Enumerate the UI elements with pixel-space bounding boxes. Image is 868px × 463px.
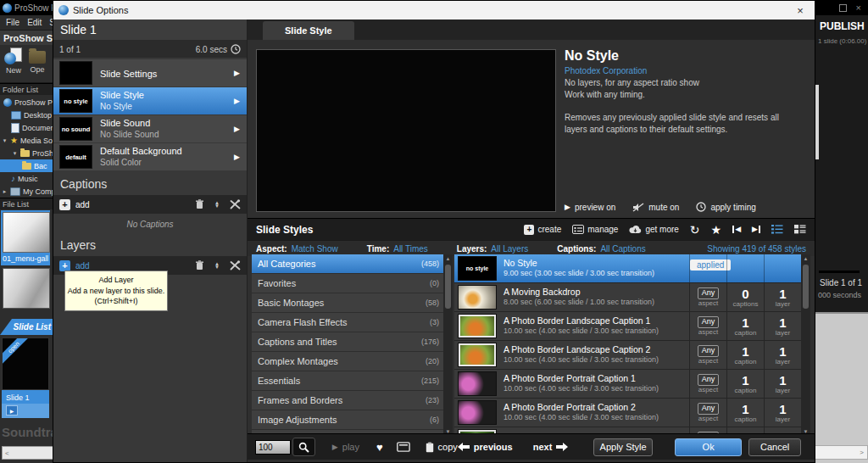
filter-time[interactable]: Time: All Times (367, 244, 428, 254)
tree-item-proshow-folder[interactable]: ▾ ProSho (0, 147, 53, 159)
next-button[interactable]: next (533, 442, 569, 452)
tab-slide-style[interactable]: Slide Style (263, 21, 354, 40)
category-row[interactable]: Essentials (215) (252, 371, 453, 391)
add-layer-label[interactable]: add (75, 261, 90, 271)
get-more-styles-button[interactable]: get more (629, 225, 678, 234)
option-slide-style[interactable]: no style Slide Style No Style ▶ (53, 87, 247, 114)
expand-arrow-icon[interactable]: ▾ (12, 150, 18, 157)
category-row[interactable]: Camera Flash Effects (3) (252, 313, 453, 332)
last-page-icon[interactable]: ▶ (752, 226, 760, 233)
new-show-button[interactable]: New (4, 47, 23, 82)
reorder-icon[interactable]: ▲▼ (214, 262, 220, 269)
tree-item-music[interactable]: ♪ Music (0, 172, 53, 185)
scroll-thumb[interactable] (445, 265, 451, 309)
apply-style-button[interactable]: Apply Style (593, 438, 653, 456)
add-caption-button[interactable]: + (59, 199, 70, 210)
new-show-icon (4, 47, 23, 64)
style-preview[interactable] (256, 49, 556, 212)
first-page-icon[interactable]: ◀ (732, 226, 741, 233)
close-icon[interactable]: × (786, 1, 815, 20)
category-row[interactable]: Captions and Titles (176) (252, 332, 453, 352)
style-row[interactable]: A Photo Border Landscape Caption 2 10.00… (454, 341, 801, 370)
tree-item-my-computer[interactable]: ▸ My Compu (0, 185, 53, 198)
file-thumbnail[interactable] (3, 268, 50, 309)
option-slide-sound[interactable]: no sound Slide Sound No Slide Sound ▶ (53, 115, 247, 142)
add-layer-button[interactable]: + (59, 260, 70, 271)
category-row[interactable]: All Categories (458) (252, 254, 453, 274)
tools-icon[interactable] (230, 199, 241, 209)
menu-edit[interactable]: Edit (27, 18, 42, 27)
option-default-background[interactable]: default Default Background Solid Color ▶ (53, 143, 247, 170)
horizontal-scrollbar[interactable]: < (2, 446, 53, 460)
tools-icon[interactable] (230, 260, 241, 271)
chevron-right-icon: ▶ (234, 125, 240, 133)
style-thumbnail (458, 285, 497, 310)
filter-aspect[interactable]: Aspect: Match Show (256, 244, 338, 254)
tree-item-documents[interactable]: Document (0, 121, 53, 134)
filter-captions[interactable]: Captions: All Captions (557, 244, 645, 254)
add-caption-label[interactable]: add (75, 200, 90, 209)
slide-play-row: ▶ (2, 404, 49, 418)
trash-icon[interactable] (195, 260, 204, 271)
file-item-selected[interactable]: 01_menu-gallery (1, 210, 50, 265)
refresh-icon[interactable]: ↻ (690, 224, 700, 236)
tree-item-backgrounds[interactable]: Bac (0, 159, 53, 172)
category-row[interactable]: Basic Montages (58) (252, 293, 453, 313)
scroll-up-icon[interactable]: ▲ (804, 254, 809, 263)
captions-toolbar: + add ▲▼ (53, 195, 247, 214)
filter-layers[interactable]: Layers: All Layers (457, 244, 528, 254)
style-row[interactable]: A Photo Border Landscape Caption 1 10.00… (454, 312, 801, 341)
monitor-icon (11, 111, 21, 120)
style-author-link[interactable]: Photodex Corporation (565, 66, 803, 75)
mute-on-toggle[interactable]: mute on (632, 203, 679, 212)
manage-styles-button[interactable]: manage (572, 225, 618, 234)
reorder-icon[interactable]: ▲▼ (214, 201, 220, 208)
ok-button[interactable]: Ok (675, 438, 743, 456)
horizontal-scrollbar[interactable]: > (815, 445, 868, 460)
zoom-input[interactable] (255, 440, 291, 455)
style-row[interactable]: A Photo Border Portrait Caption 1 10.00 … (454, 370, 801, 399)
apply-timing-toggle[interactable]: apply timing (696, 202, 755, 212)
file-list-label: File List (0, 198, 53, 209)
style-row[interactable]: no style No Style 9.00 sec (3.00 sec sli… (454, 254, 801, 283)
tree-item-media-sources[interactable]: ▾ ★ Media Sou (0, 134, 53, 147)
category-row[interactable]: Favorites (0) (252, 274, 453, 293)
category-row[interactable]: Complex Montages (20) (252, 352, 453, 371)
heart-icon[interactable]: ♥ (376, 442, 383, 453)
close-icon[interactable]: × (856, 3, 861, 13)
detail-view-icon[interactable] (794, 225, 806, 234)
search-zoom-button[interactable] (292, 438, 315, 456)
publish-button[interactable]: PUBLISH (815, 15, 868, 32)
tree-item-desktop[interactable]: Desktop (0, 109, 53, 121)
copy-button[interactable]: copy (426, 442, 458, 453)
tree-item-proshow[interactable]: ProShow Pro (0, 96, 53, 109)
open-show-button[interactable]: Ope (29, 47, 46, 82)
fullscreen-monitor-icon[interactable] (397, 442, 410, 452)
slide-item[interactable]: open Slide 1 ▶ (2, 337, 49, 418)
restore-icon[interactable] (839, 4, 847, 12)
list-view-active-icon[interactable] (771, 225, 783, 234)
category-scrollbar[interactable]: ▲ ▼ (443, 254, 453, 436)
favorite-star-icon[interactable]: ★ (711, 224, 722, 236)
scroll-thumb[interactable] (803, 265, 809, 309)
slide-thumbnail[interactable]: open (2, 337, 49, 390)
create-style-button[interactable]: + create (524, 225, 561, 235)
slide-list-tab[interactable]: Slide List (0, 319, 53, 335)
category-row[interactable]: Image Adjustments (6) (252, 410, 453, 430)
preview-on-toggle[interactable]: ▶ preview on (565, 203, 615, 212)
style-list-scrollbar[interactable]: ▲ ▼ (801, 254, 810, 436)
expand-arrow-icon[interactable]: ▸ (2, 188, 8, 195)
category-row[interactable]: Frames and Borders (23) (252, 391, 453, 410)
trash-icon[interactable] (195, 199, 204, 209)
menu-file[interactable]: File (6, 18, 19, 27)
play-icon[interactable]: ▶ (6, 405, 18, 416)
style-row[interactable]: A Photo Border Portrait Caption 2 10.00 … (454, 399, 801, 427)
play-button[interactable]: ▶ play (332, 442, 359, 452)
previous-button[interactable]: previous (458, 442, 513, 452)
option-slide-settings[interactable]: Slide Settings ▶ (53, 59, 247, 86)
scroll-up-icon[interactable]: ▲ (446, 254, 451, 263)
cancel-button[interactable]: Cancel (748, 438, 801, 456)
clock-icon (696, 202, 706, 212)
style-row[interactable]: A Moving Backdrop 8.00 sec (6.00 sec sli… (454, 283, 801, 312)
expand-arrow-icon[interactable]: ▾ (2, 137, 8, 144)
